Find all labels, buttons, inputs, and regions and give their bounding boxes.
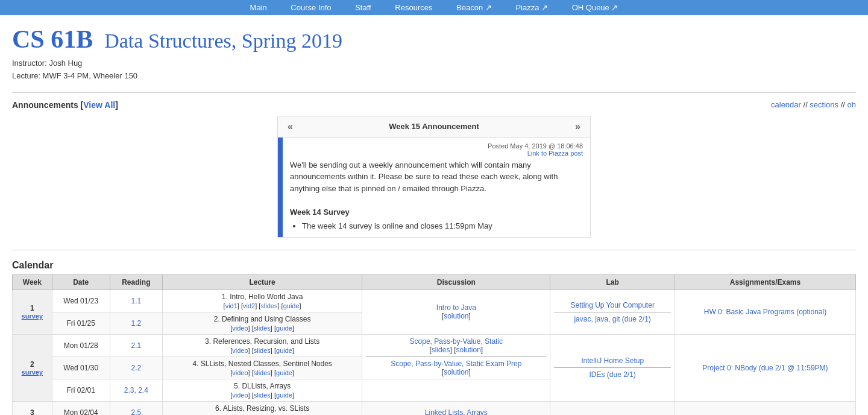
course-info: Instructor: Josh Hug Lecture: MWF 3-4 PM… [12, 57, 856, 83]
date-cell: Wed 01/23 [52, 290, 110, 312]
discussion-link[interactable]: Intro to Java [436, 303, 476, 312]
calendar-heading: Calendar [12, 260, 856, 271]
lecture-slides[interactable]: slides [254, 369, 271, 376]
survey-title: Week 14 Survey [290, 208, 350, 217]
lecture-cell: 4. SLLists, Nested Classes, Sentinel Nod… [162, 356, 362, 379]
discussion-solution-link-2[interactable]: solution [444, 368, 468, 376]
announcement-box: « Week 15 Announcement » Posted May 4, 2… [277, 116, 591, 238]
lecture-cell: 3. References, Recursion, and Lists [vid… [162, 334, 362, 356]
lab-intellij[interactable]: IntelliJ Home Setup [581, 356, 644, 365]
lecture-guide[interactable]: guide [283, 302, 300, 309]
table-row: 2survey Mon 01/28 2.1 3. References, Rec… [13, 334, 856, 356]
quick-link-sections[interactable]: sections [810, 100, 838, 109]
lecture-video[interactable]: video [232, 369, 248, 376]
discussion-cell: Intro to Java [solution] [362, 290, 550, 334]
week-number: 3 [13, 401, 52, 415]
lab-cell [550, 401, 675, 415]
date-cell: Mon 01/28 [52, 334, 110, 356]
assignment-cell [675, 401, 855, 415]
prev-announcement-button[interactable]: « [284, 120, 297, 133]
announcement-navigation: « Week 15 Announcement » [278, 116, 590, 138]
lecture-slides[interactable]: slides [260, 302, 277, 309]
lecture-video[interactable]: video [232, 347, 248, 354]
lab-link-2[interactable]: javac, java, git (due 2/1) [574, 315, 650, 323]
nav-oh-queue[interactable]: OH Queue ↗ [572, 3, 618, 12]
nav-piazza[interactable]: Piazza ↗ [515, 3, 548, 12]
header-divider [12, 92, 856, 93]
lecture-info: MWF 3-4 PM, Wheeler 150 [43, 71, 138, 80]
lab-cell: Setting Up Your Computer javac, java, gi… [550, 290, 675, 334]
lecture-video[interactable]: video [232, 325, 248, 332]
week-number: 2survey [13, 334, 52, 401]
lab-link-1[interactable]: Setting Up Your Computer [570, 301, 654, 309]
lecture-cell: 1. Intro, Hello World Java [vid1] [vid2]… [162, 290, 362, 312]
lecture-label: Lecture: [12, 71, 40, 80]
discussion-cell [362, 379, 550, 401]
announcement-title: Week 15 Announcement [389, 122, 479, 131]
table-row: 1survey Wed 01/23 1.1 1. Intro, Hello Wo… [13, 290, 856, 312]
next-announcement-button[interactable]: » [571, 120, 584, 133]
lab-cell: IntelliJ Home Setup IDEs (due 2/1) [550, 334, 675, 401]
discussion-slides-link[interactable]: slides [432, 346, 450, 354]
week-number: 1survey [13, 290, 52, 334]
nav-resources[interactable]: Resources [395, 3, 432, 12]
discussion-link[interactable]: Linked Lists, Arrays [425, 408, 488, 415]
date-cell: Mon 02/04 [52, 401, 110, 415]
reading-cell: 2.1 [110, 334, 162, 356]
nav-main[interactable]: Main [250, 3, 267, 12]
lecture-cell: 6. ALists, Resizing, vs. SLists [video] … [162, 401, 362, 415]
course-subtitle: Data Structures, Spring 2019 [99, 30, 342, 52]
reading-cell: 2.3, 2.4 [110, 379, 162, 401]
discussion-link-2[interactable]: Scope, Pass-by-Value, Static Exam Prep [391, 360, 521, 368]
discussion-link[interactable]: Scope, Pass-by-Value, Static [410, 337, 503, 346]
quick-links: calendar // sections // oh [771, 100, 856, 109]
nav-beacon[interactable]: Beacon ↗ [456, 3, 492, 12]
announcement-intro: We'll be sending out a weekly announceme… [290, 159, 583, 195]
lecture-guide[interactable]: guide [276, 369, 292, 376]
announcement-posted: Posted May 4, 2019 @ 18:06:48 [488, 142, 583, 150]
week-survey-link[interactable]: survey [16, 369, 48, 376]
lecture-vid2[interactable]: vid2 [243, 302, 255, 309]
reading-link[interactable]: 2.5 [131, 408, 141, 415]
lecture-slides[interactable]: slides [254, 325, 271, 332]
quick-link-oh[interactable]: oh [848, 100, 856, 109]
hw0-link[interactable]: HW 0: Basic Java Programs (optional) [704, 308, 826, 316]
lecture-cell: 5. DLLists, Arrays [video] [slides] [gui… [162, 379, 362, 401]
reading-cell: 2.2 [110, 356, 162, 379]
lecture-vid1[interactable]: vid1 [225, 302, 237, 309]
announcement-content: Posted May 4, 2019 @ 18:06:48 Link to Pi… [283, 138, 590, 237]
week-survey-link[interactable]: survey [16, 312, 48, 320]
discussion-solution-link[interactable]: solution [444, 312, 468, 320]
announcement-sidebar-bar [278, 138, 283, 237]
calendar-divider [12, 250, 856, 250]
lecture-guide[interactable]: guide [276, 347, 292, 354]
page-header: CS 61B Data Structures, Spring 2019 Inst… [0, 15, 868, 87]
reading-cell: 1.2 [110, 312, 162, 334]
quick-link-calendar[interactable]: calendar [771, 100, 801, 109]
reading-link[interactable]: 1.1 [131, 297, 141, 305]
lecture-video[interactable]: video [232, 391, 248, 399]
reading-link[interactable]: 2.2 [131, 364, 141, 372]
lecture-guide[interactable]: guide [276, 391, 292, 399]
nav-course-info[interactable]: Course Info [291, 3, 331, 12]
col-week: Week [13, 274, 52, 290]
piazza-post-link[interactable]: Link to Piazza post [527, 150, 583, 157]
reading-link[interactable]: 2.1 [131, 341, 141, 350]
course-code: CS 61B [12, 25, 93, 53]
lab-ides[interactable]: IDEs (due 2/1) [589, 370, 635, 379]
nav-staff[interactable]: Staff [355, 3, 371, 12]
lecture-slides[interactable]: slides [254, 347, 271, 354]
col-discussion: Discussion [362, 274, 550, 290]
announcement-meta: Posted May 4, 2019 @ 18:06:48 Link to Pi… [290, 142, 583, 157]
project0-link[interactable]: Project 0: NBody (due 2/1 @ 11:59PM) [702, 364, 828, 372]
reading-link[interactable]: 2.3, 2.4 [124, 386, 148, 394]
view-all-link[interactable]: View All [83, 100, 115, 110]
reading-link[interactable]: 1.2 [131, 319, 141, 328]
col-lecture: Lecture [162, 274, 362, 290]
announcement-body: We'll be sending out a weekly announceme… [290, 159, 583, 232]
discussion-solution-link[interactable]: solution [456, 346, 480, 354]
lecture-guide[interactable]: guide [276, 325, 292, 332]
lecture-slides[interactable]: slides [254, 391, 271, 399]
lecture-cell: 2. Defining and Using Classes [video] [s… [162, 312, 362, 334]
table-row: 3 Mon 02/04 2.5 6. ALists, Resizing, vs.… [13, 401, 856, 415]
